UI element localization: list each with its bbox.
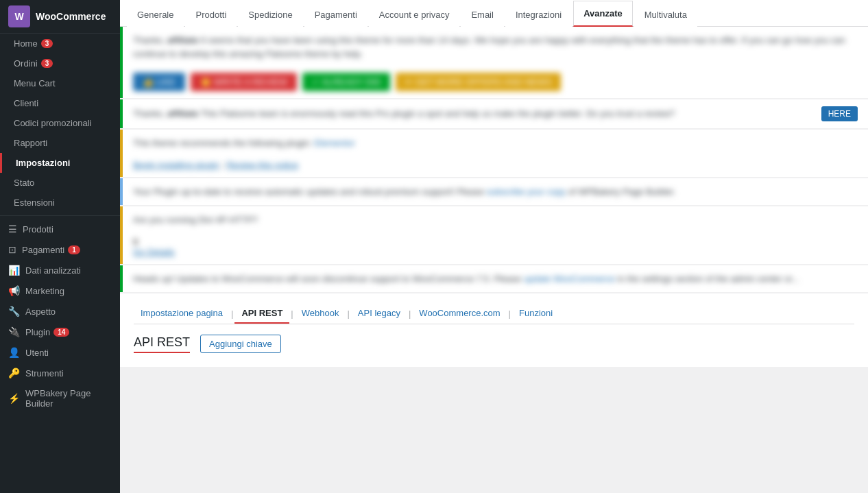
sidebar-logo[interactable]: W WooCommerce (0, 0, 120, 34)
tab-generale[interactable]: Generale (127, 2, 184, 27)
sidebar-item-pagamenti[interactable]: ⊡ Pagamenti 1 (0, 239, 120, 260)
link-go-details[interactable]: Go Details (133, 247, 175, 257)
sidebar-item-dati-analizzati[interactable]: 📊 Dati analizzati (0, 260, 120, 280)
add-key-button[interactable]: Aggiungi chiave (200, 335, 281, 353)
sidebar-item-stato[interactable]: Stato (0, 173, 120, 193)
notice-text-4: Your Plugin up-to-date to receive automa… (133, 185, 858, 199)
sub-tab-api-legacy[interactable]: API legacy (351, 304, 407, 324)
tab-multivaluta[interactable]: Multivaluta (634, 2, 697, 27)
btn-get-offers[interactable]: ✏ GET MORE OFFERS AND NEWS (396, 73, 561, 91)
notice-text-3: This theme recommends the following plug… (133, 136, 355, 150)
btn-like[interactable]: 👍 LIKE (133, 73, 185, 91)
sidebar-divider-1 (0, 215, 120, 216)
sub-tabs: Impostazione pagina | API REST | Webhook… (134, 304, 854, 324)
notice-divi: Are you running Divi 4P-HTTP? 0 Go Detai… (120, 206, 868, 264)
ordini-label: Ordini (14, 58, 38, 69)
tabs-bar: Generale Prodotti Spedizione Pagamenti A… (120, 0, 868, 27)
prodotti-icon: ☰ (8, 224, 17, 235)
sidebar-item-marketing[interactable]: 📢 Marketing (0, 280, 120, 301)
estensioni-label: Estensioni (14, 197, 55, 208)
strumenti-label: Strumenti (25, 368, 64, 378)
pagamenti-badge: 1 (68, 245, 80, 254)
sidebar-item-strumenti[interactable]: 🔑 Strumenti (0, 363, 120, 383)
link-review-notice[interactable]: Review this notice (226, 160, 298, 170)
notice-text-5: Are you running Divi 4P-HTTP? (133, 213, 258, 227)
separator-subtab-1: | (230, 309, 234, 319)
dati-icon: 📊 (8, 265, 20, 276)
btn-already-did[interactable]: ✓ ALREADY DID (302, 73, 390, 91)
sidebar-item-rapporti[interactable]: Rapporti (0, 133, 120, 153)
separator-subtab-3: | (346, 309, 350, 319)
pagamenti-icon: ⊡ (8, 244, 16, 255)
sub-tab-webhook[interactable]: Webhook (295, 304, 346, 324)
sidebar-item-ordini[interactable]: Ordini 3 (0, 53, 120, 73)
utenti-label: Utenti (25, 348, 49, 358)
sidebar-item-impostazioni[interactable]: Impostazioni (0, 153, 120, 173)
notice-update-info: Your Plugin up-to-date to receive automa… (120, 178, 868, 206)
link-begin-installing[interactable]: Begin installing plugin (133, 160, 219, 170)
strumenti-icon: 🔑 (8, 368, 20, 378)
notice-text-6: Heads up! Updates to WooCommerce will so… (133, 272, 858, 286)
sidebar-item-clienti[interactable]: Clienti (0, 93, 120, 113)
tab-spedizione[interactable]: Spedizione (238, 2, 302, 27)
codici-label: Codici promozionali (14, 118, 91, 128)
woo-logo-icon: W (8, 5, 30, 27)
separator-subtab-4: | (407, 309, 412, 319)
content-area: Thanks, affiliate It seems that you have… (120, 27, 868, 493)
plugin-label: Plugin (25, 327, 50, 337)
ordini-badge: 3 (41, 59, 53, 68)
notice-text-1: Thanks, affiliate It seems that you have… (133, 34, 858, 60)
sidebar-item-estensioni[interactable]: Estensioni (0, 193, 120, 213)
sub-tab-funzioni[interactable]: Funzioni (512, 304, 559, 324)
tab-prodotti[interactable]: Prodotti (185, 2, 237, 27)
notice-links-5: 0 Go Details (133, 237, 175, 257)
wpbakery-label: WPBakery Page Builder (25, 388, 112, 409)
notice-buttons-1: 👍 LIKE ⭐ WRITE A REVIEW ✓ ALREADY DID ✏ … (133, 73, 561, 91)
home-label: Home (14, 38, 38, 49)
wpbakery-icon: ⚡ (8, 393, 20, 404)
sidebar-item-utenti[interactable]: 👤 Utenti (0, 342, 120, 363)
rapporti-label: Rapporti (14, 138, 47, 148)
sidebar-item-menu-cart[interactable]: Menu Cart (0, 73, 120, 93)
bottom-section: Impostazione pagina | API REST | Webhook… (120, 293, 868, 367)
notice-plugin-recommendation: This theme recommends the following plug… (120, 130, 868, 177)
sub-tab-api-rest[interactable]: API REST (234, 304, 289, 324)
tab-avanzate[interactable]: Avanzate (573, 1, 633, 27)
btn-here[interactable]: HERE (821, 106, 858, 121)
sub-tab-woocommerce-com[interactable]: WooCommerce.com (412, 304, 507, 324)
tab-pagamenti[interactable]: Pagamenti (304, 2, 367, 27)
dati-label: Dati analizzati (25, 265, 81, 276)
sidebar-item-wpbakery[interactable]: ⚡ WPBakery Page Builder (0, 383, 120, 413)
notice-text-2: Thanks, affiliate This Flatsome team is … (133, 107, 804, 121)
marketing-icon: 📢 (8, 285, 20, 296)
notice-affiliate-1: Thanks, affiliate It seems that you have… (120, 27, 868, 98)
btn-write-review[interactable]: ⭐ WRITE A REVIEW (191, 73, 297, 91)
tab-email[interactable]: Email (461, 2, 504, 27)
plugin-icon: 🔌 (8, 326, 20, 337)
pagamenti-label: Pagamenti (22, 245, 64, 255)
impostazioni-label: Impostazioni (16, 158, 70, 168)
notice-woocommerce-update: Heads up! Updates to WooCommerce will so… (120, 265, 868, 293)
notice-links-3: Begin installing plugin | Review this no… (133, 160, 298, 170)
sub-tab-impostazione-pagina[interactable]: Impostazione pagina (134, 304, 230, 324)
sidebar-item-aspetto[interactable]: 🔧 Aspetto (0, 301, 120, 322)
notice-subtext-5: 0 (133, 237, 138, 247)
sidebar-logo-text: WooCommerce (36, 11, 106, 22)
tab-account-privacy[interactable]: Account e privacy (369, 2, 460, 27)
api-rest-title: API REST (134, 335, 190, 353)
separator-subtab-2: | (289, 309, 294, 319)
tab-integrazioni[interactable]: Integrazioni (505, 2, 572, 27)
home-badge: 3 (41, 39, 53, 48)
sidebar-item-home[interactable]: Home 3 (0, 34, 120, 53)
menu-cart-label: Menu Cart (14, 78, 56, 88)
utenti-icon: 👤 (8, 347, 20, 358)
api-rest-header: API REST Aggiungi chiave (134, 335, 854, 353)
sidebar-item-codici-promozionali[interactable]: Codici promozionali (0, 113, 120, 133)
aspetto-icon: 🔧 (8, 306, 20, 317)
sidebar: W WooCommerce Home 3 Ordini 3 Menu Cart … (0, 0, 120, 493)
separator-subtab-5: | (507, 309, 512, 319)
notice-affiliate-2: Thanks, affiliate This Flatsome team is … (120, 99, 868, 128)
sidebar-item-plugin[interactable]: 🔌 Plugin 14 (0, 322, 120, 342)
sidebar-item-prodotti[interactable]: ☰ Prodotti (0, 219, 120, 239)
stato-label: Stato (14, 178, 34, 188)
